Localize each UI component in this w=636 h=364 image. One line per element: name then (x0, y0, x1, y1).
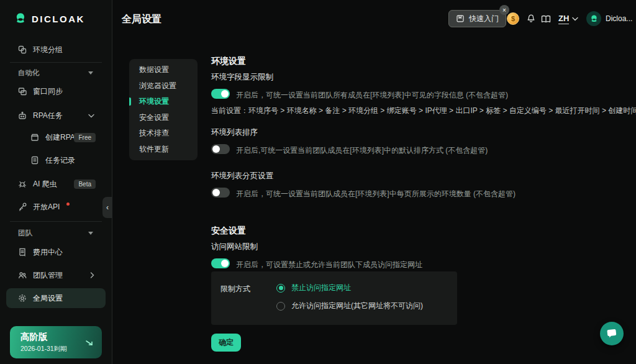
chevron-right-icon (90, 272, 94, 278)
list-pagination-toggle[interactable] (211, 188, 230, 198)
plan-name: 高阶版 (20, 331, 94, 343)
receipt-icon (17, 247, 27, 257)
group-label: 团队 (18, 229, 32, 238)
sidebar-group-team[interactable]: 团队 (0, 225, 112, 240)
field-limit-description: 开启后，可统一设置当前团队所有成员在[环境列表]中可见的字段信息 (不包含超管) (236, 90, 508, 101)
chat-support-button[interactable] (600, 322, 624, 345)
toggle-knob (221, 90, 229, 98)
confirm-button[interactable]: 确定 (211, 334, 241, 352)
radio-option-label: 禁止访问指定网址 (291, 283, 351, 293)
username: Dicloa... (606, 14, 632, 23)
list-sort-toggle[interactable] (211, 144, 230, 154)
avatar (586, 11, 601, 26)
field-limit-label: 环境字段显示限制 (211, 72, 273, 83)
sidebar-item-create-rpa[interactable]: 创建RPA Free (0, 129, 112, 146)
sidebar-item-label: 环境分组 (33, 45, 63, 55)
sidebar-item-label: 创建RPA (45, 132, 75, 143)
field-limit-toggle[interactable] (211, 89, 230, 99)
chevron-down-icon (88, 114, 94, 118)
radio-unchecked-icon[interactable] (276, 302, 285, 311)
brand-name: DICLOAK (32, 14, 85, 24)
tab-security-settings[interactable]: 安全设置 (129, 110, 198, 126)
security-settings-title: 安全设置 (211, 225, 246, 237)
sidebar-item-global-settings[interactable]: 全局设置 (6, 288, 106, 308)
sidebar-item-window-sync[interactable]: 窗口同步 (0, 83, 112, 100)
robot-icon (17, 111, 27, 121)
user-menu[interactable]: Dicloa... (586, 11, 632, 26)
create-rpa-icon (30, 132, 40, 142)
toggle-knob (212, 189, 220, 196)
current-setting-row: 当前设置：环境序号 > 环境名称 > 备注 > 环境分组 > 绑定账号 > IP… (211, 106, 636, 116)
restriction-mode-label: 限制方式 (220, 284, 250, 294)
plan-expiry: 2026-01-31到期 (20, 345, 94, 353)
bell-icon[interactable] (526, 14, 536, 24)
divider (10, 221, 102, 222)
toggle-knob (221, 260, 229, 267)
radio-checked-icon[interactable] (276, 284, 285, 293)
tab-software-update[interactable]: 软件更新 (129, 142, 198, 158)
sidebar-item-label: 任务记录 (45, 155, 75, 166)
chevron-down-icon (572, 17, 578, 21)
sidebar-item-label: 开放API (33, 202, 60, 212)
language-code: ZH (558, 14, 569, 24)
logo: DICLOAK (14, 12, 85, 25)
team-icon (17, 270, 27, 280)
sidebar-item-billing-center[interactable]: 费用中心 (0, 243, 112, 261)
sidebar-item-team-management[interactable]: 团队管理 (0, 266, 112, 284)
beta-badge: Beta (74, 180, 96, 189)
radio-option-block[interactable]: 禁止访问指定网址 (276, 283, 351, 293)
sidebar-item-label: 全局设置 (33, 293, 63, 304)
radio-option-allow[interactable]: 允许访问指定网址(其它网址将不可访问) (276, 301, 423, 311)
restriction-mode-panel: 限制方式 禁止访问指定网址 允许访问指定网址(其它网址将不可访问) (211, 271, 457, 325)
gear-icon (17, 293, 27, 303)
tab-browser-settings[interactable]: 浏览器设置 (129, 78, 198, 94)
group-label: 自动化 (18, 68, 40, 78)
list-sort-label: 环境列表排序 (211, 127, 258, 138)
quick-start-label: 快速入门 (469, 14, 499, 24)
sidebar-item-label: RPA任务 (33, 111, 63, 121)
spider-icon (17, 179, 27, 189)
sidebar-item-ai-crawler[interactable]: AI 爬虫 Beta (0, 175, 112, 193)
api-key-icon (17, 202, 27, 212)
radio-option-label: 允许访问指定网址(其它网址将不可访问) (291, 301, 423, 311)
sidebar-group-automation[interactable]: 自动化 (0, 65, 112, 80)
sidebar: DICLOAK 环境分组 自动化 窗口同步 RPA任务 创建RPA Free (0, 0, 112, 364)
close-icon[interactable]: × (499, 5, 509, 15)
env-settings-title: 环境设置 (211, 56, 246, 67)
language-selector[interactable]: ZH (558, 14, 578, 24)
premium-plan-card[interactable]: 高阶版 2026-01-31到期 (10, 326, 102, 358)
dicloak-mask-icon (14, 12, 27, 25)
sidebar-item-env-groups[interactable]: 环境分组 (0, 41, 112, 58)
group-icon (17, 45, 27, 55)
page-title: 全局设置 (122, 13, 161, 26)
document-icon (30, 155, 40, 165)
tab-environment-settings[interactable]: 环境设置 (129, 94, 198, 110)
tab-tech-check[interactable]: 技术排查 (129, 125, 198, 142)
sidebar-item-rpa-tasks[interactable]: RPA任务 (0, 107, 112, 124)
coin-icon[interactable]: $ (507, 12, 519, 25)
current-setting-text: 当前设置：环境序号 > 环境名称 > 备注 > 环境分组 > 绑定账号 > IP… (211, 106, 636, 116)
website-restriction-description: 开启后，可设置禁止或允许当前团队下成员访问指定网址 (236, 260, 422, 270)
tab-data-settings[interactable]: 数据设置 (129, 62, 198, 78)
docs-book-icon[interactable] (540, 14, 552, 24)
sidebar-item-label: 窗口同步 (33, 86, 63, 97)
arrow-down-right-icon (85, 338, 94, 349)
quick-start-button[interactable]: 快速入门 × (448, 10, 506, 27)
list-sort-description: 开启后,可统一设置当前团队成员在[环境列表]中的默认排序方式 (不包含超管) (236, 145, 488, 156)
list-pagination-description: 开启后，可统一设置当前团队成员在[环境列表]中每页所展示的环境数量 (不包含超管… (236, 189, 516, 199)
divider (10, 62, 102, 63)
chat-bubble-icon (605, 327, 619, 340)
triangle-down-icon (88, 232, 93, 235)
sidebar-collapse-handle[interactable]: ‹ (102, 197, 112, 218)
sidebar-item-label: 团队管理 (33, 270, 63, 281)
website-restriction-toggle[interactable] (211, 258, 230, 268)
app-window: DICLOAK 环境分组 自动化 窗口同步 RPA任务 创建RPA Free (0, 0, 636, 364)
sidebar-item-task-records[interactable]: 任务记录 (0, 152, 112, 169)
guide-book-icon (456, 14, 465, 23)
triangle-down-icon (88, 71, 93, 75)
notification-dot (66, 202, 70, 206)
sidebar-item-open-api[interactable]: 开放API (0, 198, 112, 216)
website-restriction-label: 访问网站限制 (211, 242, 258, 252)
list-pagination-label: 环境列表分页设置 (211, 171, 273, 181)
window-sync-icon (17, 86, 27, 96)
